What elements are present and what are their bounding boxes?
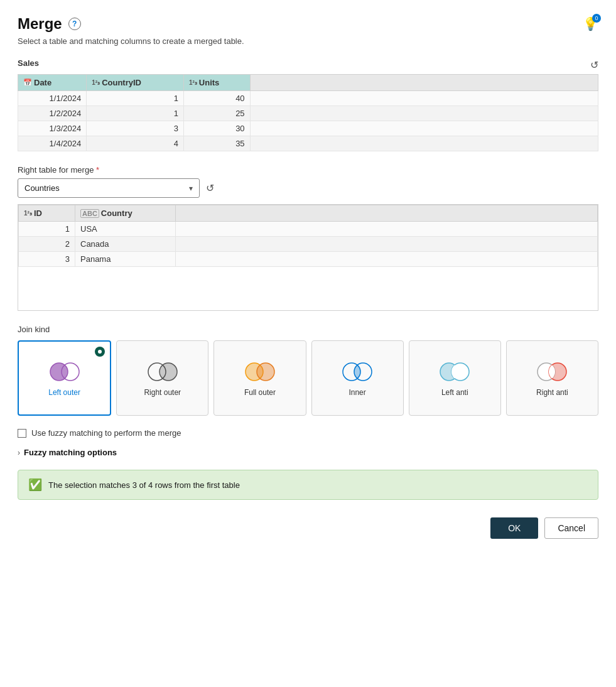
join-card-left-anti[interactable]: Left anti [409,340,501,416]
ok-button[interactable]: OK [490,517,538,539]
chevron-down-icon: ▾ [189,184,193,193]
countries-col-id[interactable]: 1²₃ ID [19,205,75,222]
right-table-refresh-icon[interactable]: ↺ [206,182,214,194]
full-outer-venn [243,360,277,383]
sales-refresh-icon[interactable]: ↺ [590,59,598,71]
left-anti-venn [438,360,472,383]
sales-col-units[interactable]: 1²₃ Units [183,75,250,91]
join-card-right-outer[interactable]: Right outer [116,340,208,416]
right-outer-venn [146,360,180,383]
123-icon-units: 1²₃ [189,79,197,86]
svg-point-6 [257,363,274,381]
countries-table: 1²₃ ID ABC Country 1 USA [18,205,598,267]
required-star: * [96,165,99,175]
join-card-left-outer[interactable]: Left outer [18,340,111,416]
join-card-right-anti-label: Right anti [536,388,568,397]
selected-indicator [95,347,105,357]
bulb-icon-button[interactable]: 💡 0 [583,16,598,31]
chevron-right-icon: › [18,448,20,457]
join-card-inner[interactable]: Inner [311,340,404,416]
join-card-left-outer-label: Left outer [48,388,80,397]
success-check-icon: ✅ [28,478,42,492]
abc-icon: ABC [80,209,99,218]
fuzzy-label: Use fuzzy matching to perform the merge [31,428,181,438]
right-table-field-label: Right table for merge * [18,165,598,175]
bulb-badge: 0 [592,14,601,23]
footer-buttons: OK Cancel [18,517,598,539]
page-title: Merge [18,15,62,33]
join-card-full-outer[interactable]: Full outer [213,340,306,416]
success-banner: ✅ The selection matches 3 of 4 rows from… [18,470,598,500]
sales-col-date[interactable]: 📅 Date [18,75,87,91]
right-table-dropdown[interactable]: Countries ▾ [18,178,200,198]
join-cards: Left outer Right outer Full outer Inner [18,340,598,416]
left-outer-venn [48,360,82,383]
sales-col-countryid[interactable]: 1²₃ CountryID [87,75,184,91]
table-row: 1/4/2024 4 35 [18,136,598,151]
cancel-button[interactable]: Cancel [544,517,598,539]
page-header: Merge ? 💡 0 [18,15,598,33]
123-icon: 1²₃ [92,79,100,86]
table-row: 2 Canada [19,237,598,252]
fuzzy-options-row[interactable]: › Fuzzy matching options [18,448,598,457]
countries-col-empty [176,205,598,222]
inner-venn [340,360,374,383]
join-kind-label: Join kind [18,325,598,334]
right-anti-venn [535,360,569,383]
join-card-inner-label: Inner [349,388,365,397]
table-row: 1/3/2024 3 30 [18,121,598,136]
table-row: 3 Panama [19,252,598,267]
join-card-left-anti-label: Left anti [441,388,468,397]
table-row: 1/1/2024 1 40 [18,91,598,106]
dropdown-wrapper: Countries ▾ ↺ [18,178,598,198]
fuzzy-matching-section: Use fuzzy matching to perform the merge [18,428,598,438]
join-card-full-outer-label: Full outer [244,388,276,397]
title-group: Merge ? [18,15,81,33]
fuzzy-checkbox[interactable] [18,429,26,438]
sales-col-empty [250,75,598,91]
calendar-icon: 📅 [23,78,32,87]
join-card-right-outer-label: Right outer [144,388,181,397]
join-card-right-anti[interactable]: Right anti [506,340,598,416]
success-text: The selection matches 3 of 4 rows from t… [48,480,240,490]
countries-section: 1²₃ ID ABC Country 1 USA [18,204,598,311]
fuzzy-options-label: Fuzzy matching options [24,448,117,457]
123-icon-id: 1²₃ [24,210,32,217]
table-row: 1 USA [19,222,598,237]
sales-table-header: Sales ↺ [18,58,598,72]
help-icon[interactable]: ? [68,18,81,30]
table-row: 1/2/2024 1 25 [18,106,598,121]
page-subtitle: Select a table and matching columns to c… [18,36,598,46]
sales-table: 📅 Date 1²₃ CountryID 1²₃ Units 1/1/2024 [18,74,598,151]
countries-col-country[interactable]: ABC Country [75,205,176,222]
sales-label: Sales [18,58,39,68]
svg-point-2 [50,363,68,381]
svg-point-4 [159,363,177,381]
